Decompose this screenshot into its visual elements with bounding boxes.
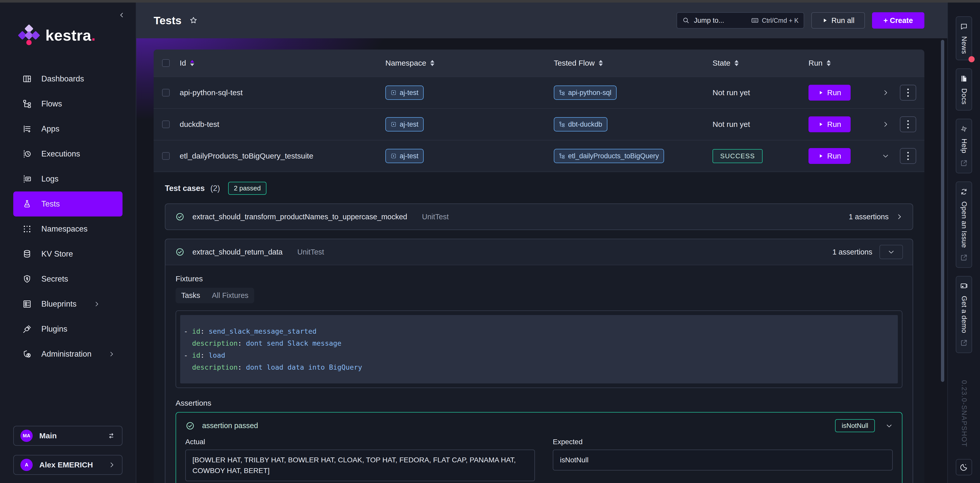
chevron-right-icon [94, 301, 100, 308]
run-all-button[interactable]: Run all [811, 12, 865, 29]
news-button[interactable]: News [956, 16, 972, 60]
flow-icon [559, 121, 565, 128]
sidebar-item-secrets[interactable]: Secrets [13, 266, 123, 292]
namespace-badge[interactable]: aj-test [385, 117, 424, 131]
sidebar-item-executions[interactable]: Executions [13, 142, 123, 166]
test-case-header[interactable]: extract_should_transform_productNames_to… [165, 204, 913, 230]
state-text: Not run yet [706, 120, 808, 129]
expected-label: Expected [553, 438, 893, 446]
chevron-right-icon[interactable] [896, 213, 903, 220]
dashboards-icon [22, 74, 32, 83]
sidebar-item-dashboards[interactable]: Dashboards [13, 66, 123, 91]
help-button[interactable]: Help [956, 119, 972, 173]
sidebar-item-logs[interactable]: Logs [13, 166, 123, 191]
tested-flow-badge[interactable]: api-python-sql [554, 86, 617, 100]
sidebar-item-label: Flows [41, 99, 62, 108]
column-header-tested-flow[interactable]: Tested Flow [551, 59, 706, 67]
test-id[interactable]: etl_dailyProducts_toBigQuery_testsuite [178, 151, 382, 160]
check-circle-icon [175, 212, 185, 222]
tests-flask-icon [22, 199, 32, 209]
namespace-badge[interactable]: aj-test [385, 149, 424, 163]
run-button[interactable]: Run [808, 116, 851, 132]
select-all-checkbox[interactable] [162, 59, 170, 67]
create-button[interactable]: + Create [872, 12, 924, 29]
sidebar-item-plugins[interactable]: Plugins [13, 317, 123, 341]
executions-icon [22, 149, 32, 159]
expand-row-button[interactable] [875, 89, 896, 96]
open-issue-button[interactable]: Open an Issue [956, 182, 972, 268]
collapse-assertion-button[interactable] [886, 422, 893, 429]
expand-row-button[interactable] [875, 121, 896, 128]
sidebar-item-flows[interactable]: Flows [13, 91, 123, 116]
sidebar-item-blueprints[interactable]: Blueprints [13, 292, 123, 317]
chevron-down-icon [888, 249, 895, 255]
test-id[interactable]: api-python-sql-test [178, 88, 382, 97]
docs-button[interactable]: Docs [956, 69, 972, 111]
collapse-row-button[interactable] [875, 152, 896, 159]
run-button[interactable]: Run [808, 148, 851, 164]
tested-flow-badge[interactable]: etl_dailyProducts_toBigQuery [554, 149, 664, 163]
jump-to-search[interactable]: Jump to... Ctrl/Cmd + K [676, 12, 804, 29]
workspace-switcher[interactable]: MA Main [13, 426, 123, 446]
row-checkbox[interactable] [162, 152, 170, 160]
row-menu-button[interactable] [900, 116, 916, 132]
get-demo-button[interactable]: Get a demo [956, 276, 972, 353]
news-icon [960, 22, 968, 30]
assertions-count: 1 assertions [849, 213, 889, 221]
sidebar-item-tests[interactable]: Tests [13, 191, 123, 217]
run-button[interactable]: Run [808, 85, 851, 100]
app-root: kestra. Dashboards Flows Apps Executions [0, 3, 980, 483]
test-case-card: extract_should_transform_productNames_to… [165, 204, 913, 230]
sidebar-item-label: Blueprints [41, 300, 76, 309]
assertions-title: Assertions [176, 399, 902, 407]
namespace-icon [390, 121, 396, 128]
sidebar-footer: MA Main A Alex EMERICH [0, 426, 136, 483]
expected-value-field[interactable]: isNotNull [553, 450, 893, 470]
sidebar-item-administration[interactable]: Administration [13, 341, 123, 367]
collapse-case-button[interactable] [880, 245, 903, 259]
swap-icon [107, 432, 115, 440]
vertical-scrollbar[interactable] [941, 40, 944, 382]
sidebar-collapse-button[interactable] [118, 11, 126, 19]
actual-value-field[interactable]: [BOWLER HAT, TRILBY HAT, BOWLER HAT, CLO… [185, 450, 535, 481]
user-menu[interactable]: A Alex EMERICH [13, 455, 123, 475]
test-suite-detail-panel: Test cases (2) 2 passed extract_should_t… [154, 172, 924, 483]
table-header-row: Id Namespace Tested Flow State [154, 49, 924, 77]
row-checkbox[interactable] [162, 89, 170, 97]
check-circle-icon [175, 247, 185, 257]
operator-badge: isNotNull [835, 419, 875, 432]
row-menu-button[interactable] [900, 85, 916, 100]
namespace-badge[interactable]: aj-test [385, 86, 424, 100]
sidebar-item-namespaces[interactable]: Namespaces [13, 217, 123, 241]
flow-icon [559, 153, 565, 159]
chevron-right-icon [108, 351, 115, 357]
test-case-header[interactable]: extract_should_return_data UnitTest 1 as… [165, 239, 913, 265]
kestra-logo[interactable]: kestra. [19, 25, 136, 45]
passed-badge: 2 passed [228, 182, 266, 195]
user-name: Alex EMERICH [39, 461, 93, 469]
tab-all-fixtures[interactable]: All Fixtures [212, 291, 248, 300]
test-id[interactable]: duckdb-test [178, 120, 382, 129]
row-menu-button[interactable] [900, 148, 916, 164]
row-checkbox[interactable] [162, 121, 170, 128]
sidebar-item-kv-store[interactable]: KV Store [13, 241, 123, 266]
favorite-star-icon[interactable] [189, 16, 198, 25]
column-header-id[interactable]: Id [178, 59, 382, 67]
blueprints-icon [22, 300, 32, 309]
sidebar-item-apps[interactable]: Apps [13, 116, 123, 142]
column-header-run[interactable]: Run [808, 59, 875, 67]
tab-tasks[interactable]: Tasks [181, 291, 200, 300]
test-case-body: Fixtures Tasks All Fixtures - id: send_s… [165, 265, 913, 483]
column-header-namespace[interactable]: Namespace [382, 59, 551, 67]
tested-flow-badge[interactable]: dbt-duckdb [554, 117, 608, 131]
column-header-state[interactable]: State [706, 59, 808, 67]
theme-toggle-button[interactable] [956, 459, 972, 475]
actual-label: Actual [185, 438, 535, 446]
logs-icon [22, 174, 32, 183]
play-icon [818, 121, 824, 127]
sort-icon [599, 60, 603, 66]
sidebar-item-label: KV Store [41, 249, 73, 258]
kestra-logo-text: kestra. [45, 27, 96, 44]
test-cases-count: (2) [210, 184, 220, 193]
chevron-left-icon [118, 11, 126, 19]
